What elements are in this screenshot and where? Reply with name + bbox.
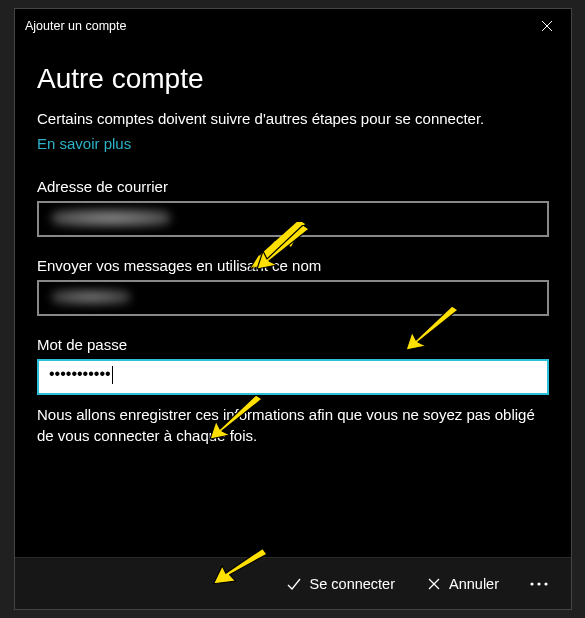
displayname-label: Envoyer vos messages en utilisant ce nom	[37, 257, 549, 274]
displayname-field-group: Envoyer vos messages en utilisant ce nom	[37, 257, 549, 316]
email-field-group: Adresse de courrier	[37, 178, 549, 237]
info-text: Nous allons enregistrer ces informations…	[37, 405, 549, 446]
displayname-input[interactable]	[37, 280, 549, 316]
description-text: Certains comptes doivent suivre d'autres…	[37, 109, 549, 129]
close-icon	[541, 20, 553, 32]
password-field-group: Mot de passe •••••••••••	[37, 336, 549, 395]
email-label: Adresse de courrier	[37, 178, 549, 195]
titlebar: Ajouter un compte	[15, 9, 571, 43]
svg-point-4	[530, 582, 533, 585]
password-input[interactable]: •••••••••••	[37, 359, 549, 395]
signin-button[interactable]: Se connecter	[272, 568, 409, 600]
more-icon	[529, 581, 549, 587]
close-button[interactable]	[535, 14, 559, 38]
svg-point-6	[544, 582, 547, 585]
dialog-title: Ajouter un compte	[25, 19, 126, 33]
cancel-button[interactable]: Annuler	[413, 568, 513, 600]
learn-more-link[interactable]: En savoir plus	[37, 135, 131, 152]
svg-point-5	[537, 582, 540, 585]
email-input[interactable]	[37, 201, 549, 237]
add-account-dialog: Ajouter un compte Autre compte Certains …	[14, 8, 572, 610]
password-label: Mot de passe	[37, 336, 549, 353]
signin-label: Se connecter	[310, 576, 395, 592]
x-icon	[427, 577, 441, 591]
more-button[interactable]	[517, 573, 561, 595]
page-heading: Autre compte	[37, 63, 549, 95]
dialog-content: Autre compte Certains comptes doivent su…	[15, 43, 571, 557]
check-icon	[286, 576, 302, 592]
dialog-footer: Se connecter Annuler	[15, 557, 571, 609]
cancel-label: Annuler	[449, 576, 499, 592]
